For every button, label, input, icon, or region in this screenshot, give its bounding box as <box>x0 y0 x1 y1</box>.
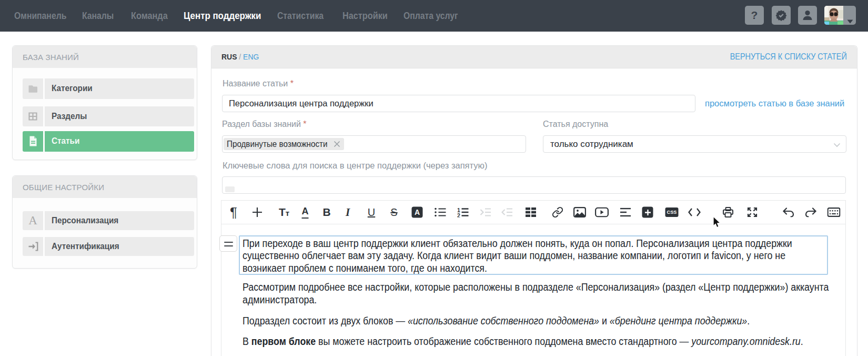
svg-text:2: 2 <box>457 212 460 217</box>
